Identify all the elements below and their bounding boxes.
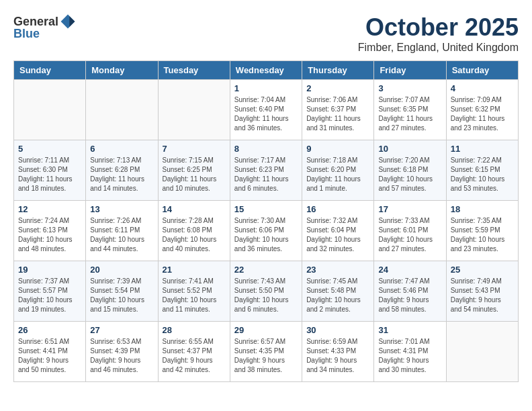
week-row-4: 19Sunrise: 7:37 AM Sunset: 5:57 PM Dayli…: [14, 261, 519, 322]
day-number: 21: [163, 265, 226, 275]
calendar-cell: 16Sunrise: 7:32 AM Sunset: 6:04 PM Dayli…: [302, 201, 374, 261]
calendar-cell: [86, 80, 158, 140]
day-info: Sunrise: 7:49 AM Sunset: 5:43 PM Dayligh…: [451, 277, 514, 314]
calendar-cell: 14Sunrise: 7:28 AM Sunset: 6:08 PM Dayli…: [158, 201, 230, 261]
day-info: Sunrise: 7:20 AM Sunset: 6:18 PM Dayligh…: [378, 156, 441, 193]
calendar-cell: 28Sunrise: 6:55 AM Sunset: 4:37 PM Dayli…: [158, 322, 230, 382]
calendar-cell: 3Sunrise: 7:07 AM Sunset: 6:35 PM Daylig…: [374, 80, 446, 140]
day-info: Sunrise: 7:43 AM Sunset: 5:50 PM Dayligh…: [234, 277, 298, 314]
day-number: 13: [90, 204, 153, 214]
calendar-cell: [14, 80, 86, 140]
day-info: Sunrise: 7:22 AM Sunset: 6:15 PM Dayligh…: [451, 156, 514, 193]
calendar-cell: 1Sunrise: 7:04 AM Sunset: 6:40 PM Daylig…: [230, 80, 302, 140]
calendar-header-row: SundayMondayTuesdayWednesdayThursdayFrid…: [14, 61, 519, 80]
day-number: 14: [163, 204, 226, 214]
day-info: Sunrise: 7:04 AM Sunset: 6:40 PM Dayligh…: [234, 95, 298, 133]
day-info: Sunrise: 7:39 AM Sunset: 5:54 PM Dayligh…: [90, 277, 153, 314]
page-header: General Blue October 2025 Fimber, Englan…: [13, 13, 519, 54]
location: Fimber, England, United Kingdom: [358, 42, 519, 54]
calendar-cell: 19Sunrise: 7:37 AM Sunset: 5:57 PM Dayli…: [14, 261, 86, 322]
day-info: Sunrise: 7:09 AM Sunset: 6:32 PM Dayligh…: [451, 95, 514, 133]
calendar-cell: 23Sunrise: 7:45 AM Sunset: 5:48 PM Dayli…: [302, 261, 374, 322]
day-info: Sunrise: 7:24 AM Sunset: 6:13 PM Dayligh…: [18, 216, 81, 254]
day-info: Sunrise: 7:26 AM Sunset: 6:11 PM Dayligh…: [90, 216, 153, 254]
day-info: Sunrise: 7:47 AM Sunset: 5:46 PM Dayligh…: [378, 277, 441, 314]
day-number: 18: [451, 204, 514, 214]
day-number: 24: [378, 265, 441, 275]
day-number: 31: [378, 325, 441, 335]
day-info: Sunrise: 7:07 AM Sunset: 6:35 PM Dayligh…: [378, 95, 441, 133]
day-info: Sunrise: 7:28 AM Sunset: 6:08 PM Dayligh…: [163, 216, 226, 254]
calendar-cell: 5Sunrise: 7:11 AM Sunset: 6:30 PM Daylig…: [14, 140, 86, 201]
calendar-cell: 20Sunrise: 7:39 AM Sunset: 5:54 PM Dayli…: [86, 261, 158, 322]
svg-marker-1: [69, 16, 75, 27]
header-wednesday: Wednesday: [230, 61, 302, 80]
header-thursday: Thursday: [302, 61, 374, 80]
day-info: Sunrise: 7:13 AM Sunset: 6:28 PM Dayligh…: [90, 156, 153, 193]
day-info: Sunrise: 7:15 AM Sunset: 6:25 PM Dayligh…: [163, 156, 226, 193]
calendar-cell: 13Sunrise: 7:26 AM Sunset: 6:11 PM Dayli…: [86, 201, 158, 261]
calendar-cell: 6Sunrise: 7:13 AM Sunset: 6:28 PM Daylig…: [86, 140, 158, 201]
day-number: 23: [306, 265, 369, 275]
day-number: 4: [451, 83, 514, 93]
calendar-cell: 22Sunrise: 7:43 AM Sunset: 5:50 PM Dayli…: [230, 261, 302, 322]
calendar-cell: 10Sunrise: 7:20 AM Sunset: 6:18 PM Dayli…: [374, 140, 446, 201]
week-row-5: 26Sunrise: 6:51 AM Sunset: 4:41 PM Dayli…: [14, 322, 519, 382]
calendar-cell: 7Sunrise: 7:15 AM Sunset: 6:25 PM Daylig…: [158, 140, 230, 201]
calendar-cell: 27Sunrise: 6:53 AM Sunset: 4:39 PM Dayli…: [86, 322, 158, 382]
day-info: Sunrise: 7:32 AM Sunset: 6:04 PM Dayligh…: [306, 216, 369, 254]
calendar-cell: 8Sunrise: 7:17 AM Sunset: 6:23 PM Daylig…: [230, 140, 302, 201]
calendar-cell: [158, 80, 230, 140]
day-number: 15: [234, 204, 298, 214]
day-number: 17: [378, 204, 441, 214]
calendar-cell: 30Sunrise: 6:59 AM Sunset: 4:33 PM Dayli…: [302, 322, 374, 382]
day-number: 2: [306, 83, 369, 93]
calendar-cell: 29Sunrise: 6:57 AM Sunset: 4:35 PM Dayli…: [230, 322, 302, 382]
week-row-3: 12Sunrise: 7:24 AM Sunset: 6:13 PM Dayli…: [14, 201, 519, 261]
calendar: SundayMondayTuesdayWednesdayThursdayFrid…: [13, 60, 519, 382]
day-info: Sunrise: 7:01 AM Sunset: 4:31 PM Dayligh…: [378, 337, 441, 375]
day-number: 25: [451, 265, 514, 275]
day-info: Sunrise: 7:30 AM Sunset: 6:06 PM Dayligh…: [234, 216, 298, 254]
calendar-cell: 18Sunrise: 7:35 AM Sunset: 5:59 PM Dayli…: [446, 201, 518, 261]
title-block: October 2025 Fimber, England, United Kin…: [358, 13, 519, 54]
calendar-cell: 4Sunrise: 7:09 AM Sunset: 6:32 PM Daylig…: [446, 80, 518, 140]
day-info: Sunrise: 6:51 AM Sunset: 4:41 PM Dayligh…: [18, 337, 81, 375]
calendar-cell: [446, 322, 518, 382]
week-row-2: 5Sunrise: 7:11 AM Sunset: 6:30 PM Daylig…: [14, 140, 519, 201]
day-number: 19: [18, 265, 81, 275]
header-tuesday: Tuesday: [158, 61, 230, 80]
day-info: Sunrise: 7:37 AM Sunset: 5:57 PM Dayligh…: [18, 277, 81, 314]
logo-blue: Blue: [13, 27, 40, 41]
day-info: Sunrise: 6:53 AM Sunset: 4:39 PM Dayligh…: [90, 337, 153, 375]
day-number: 10: [378, 144, 441, 154]
day-number: 30: [306, 325, 369, 335]
day-info: Sunrise: 7:17 AM Sunset: 6:23 PM Dayligh…: [234, 156, 298, 193]
day-number: 22: [234, 265, 298, 275]
calendar-cell: 15Sunrise: 7:30 AM Sunset: 6:06 PM Dayli…: [230, 201, 302, 261]
day-number: 9: [306, 144, 369, 154]
calendar-cell: 26Sunrise: 6:51 AM Sunset: 4:41 PM Dayli…: [14, 322, 86, 382]
logo: General Blue: [13, 13, 76, 41]
day-info: Sunrise: 7:11 AM Sunset: 6:30 PM Dayligh…: [18, 156, 81, 193]
day-number: 27: [90, 325, 153, 335]
calendar-cell: 25Sunrise: 7:49 AM Sunset: 5:43 PM Dayli…: [446, 261, 518, 322]
calendar-cell: 24Sunrise: 7:47 AM Sunset: 5:46 PM Dayli…: [374, 261, 446, 322]
header-saturday: Saturday: [446, 61, 518, 80]
day-info: Sunrise: 7:06 AM Sunset: 6:37 PM Dayligh…: [306, 95, 369, 133]
calendar-cell: 31Sunrise: 7:01 AM Sunset: 4:31 PM Dayli…: [374, 322, 446, 382]
calendar-cell: 11Sunrise: 7:22 AM Sunset: 6:15 PM Dayli…: [446, 140, 518, 201]
day-number: 11: [451, 144, 514, 154]
day-number: 5: [18, 144, 81, 154]
day-info: Sunrise: 7:45 AM Sunset: 5:48 PM Dayligh…: [306, 277, 369, 314]
calendar-cell: 21Sunrise: 7:41 AM Sunset: 5:52 PM Dayli…: [158, 261, 230, 322]
day-number: 26: [18, 325, 81, 335]
header-sunday: Sunday: [14, 61, 86, 80]
day-info: Sunrise: 7:33 AM Sunset: 6:01 PM Dayligh…: [378, 216, 441, 254]
day-number: 3: [378, 83, 441, 93]
calendar-cell: 2Sunrise: 7:06 AM Sunset: 6:37 PM Daylig…: [302, 80, 374, 140]
month-title: October 2025: [358, 13, 519, 42]
day-number: 12: [18, 204, 81, 214]
calendar-cell: 12Sunrise: 7:24 AM Sunset: 6:13 PM Dayli…: [14, 201, 86, 261]
day-info: Sunrise: 6:55 AM Sunset: 4:37 PM Dayligh…: [163, 337, 226, 375]
